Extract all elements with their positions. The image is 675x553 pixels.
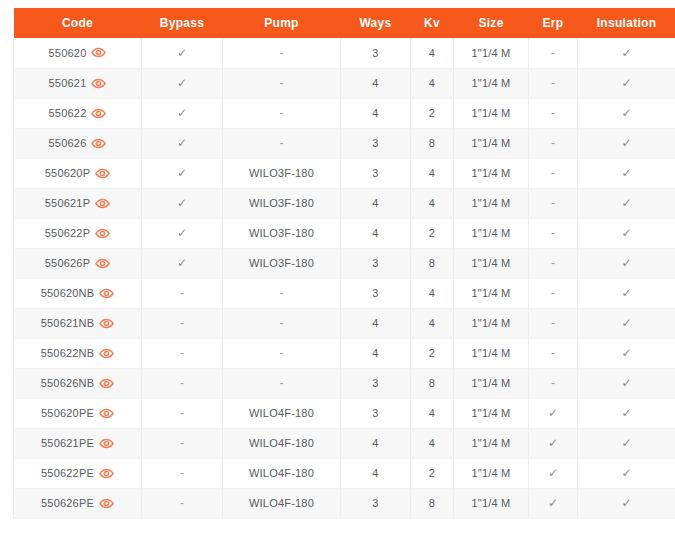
cell-ways: 4 [341,98,411,128]
dash-value: - [551,316,555,330]
table-row: 550622P ✓WILO3F-180421"1/4 M-✓ [14,218,675,248]
cell-size: 1"1/4 M [454,338,529,368]
cell-ways: 4 [341,308,411,338]
cell-value: 1"1/4 M [472,137,511,149]
cell-erp: ✓ [529,458,578,488]
cell-value: WILO4F-180 [249,497,314,509]
dash-value: - [280,346,284,360]
cell-pump: - [223,98,341,128]
check-mark: ✓ [621,256,631,270]
cell-insulation: ✓ [578,428,675,458]
check-mark: ✓ [621,286,631,300]
table-row: 550626P ✓WILO3F-180381"1/4 M-✓ [14,248,675,278]
column-header-ways: Ways [341,8,411,38]
cell-ways: 3 [341,488,411,518]
dash-value: - [551,106,555,120]
eye-icon[interactable] [95,198,110,209]
eye-icon[interactable] [91,108,106,119]
cell-value: 1"1/4 M [472,347,511,359]
cell-bypass: - [142,458,223,488]
cell-pump: - [223,338,341,368]
eye-icon[interactable] [99,468,114,479]
eye-icon[interactable] [99,288,114,299]
cell-size: 1"1/4 M [454,98,529,128]
cell-erp: - [529,338,578,368]
check-mark: ✓ [621,166,631,180]
cell-erp: - [529,38,578,68]
cell-bypass: ✓ [142,158,223,188]
cell-bypass: ✓ [142,128,223,158]
cell-bypass: ✓ [142,68,223,98]
dash-value: - [280,46,284,60]
cell-code: 550622 [14,98,142,128]
cell-bypass: ✓ [142,248,223,278]
cell-ways: 3 [341,368,411,398]
eye-icon[interactable] [99,408,114,419]
dash-value: - [551,286,555,300]
check-mark: ✓ [177,226,187,240]
check-mark: ✓ [621,46,631,60]
eye-icon[interactable] [99,438,114,449]
cell-pump: WILO4F-180 [223,488,341,518]
cell-value: 3 [372,497,378,509]
cell-code: 550622NB [14,338,142,368]
cell-size: 1"1/4 M [454,278,529,308]
eye-icon[interactable] [91,47,106,58]
cell-erp: - [529,248,578,278]
code-cell: 550620PE [14,407,141,419]
cell-value: 8 [429,497,435,509]
eye-icon[interactable] [99,378,114,389]
cell-pump: WILO3F-180 [223,218,341,248]
cell-bypass: - [142,338,223,368]
cell-value: 1"1/4 M [472,287,511,299]
check-mark: ✓ [548,406,558,420]
eye-icon[interactable] [91,138,106,149]
cell-value: WILO3F-180 [249,227,314,239]
cell-erp: - [529,188,578,218]
cell-insulation: ✓ [578,38,675,68]
eye-icon[interactable] [99,498,114,509]
product-code: 550622PE [41,467,94,479]
cell-kv: 2 [411,98,454,128]
eye-icon[interactable] [99,318,114,329]
eye-icon[interactable] [95,258,110,269]
eye-icon[interactable] [95,228,110,239]
cell-kv: 4 [411,308,454,338]
dash-value: - [180,406,184,420]
cell-kv: 2 [411,218,454,248]
cell-code: 550621P [14,188,142,218]
cell-value: 1"1/4 M [472,467,511,479]
cell-value: 4 [429,167,435,179]
code-cell: 550622 [14,107,141,119]
cell-value: 3 [372,377,378,389]
table-row: 550620 ✓-341"1/4 M-✓ [14,38,675,68]
cell-ways: 3 [341,128,411,158]
dash-value: - [551,46,555,60]
table-header: Code Bypass Pump Ways Kv Size Erp Insula… [14,8,675,38]
cell-value: 4 [372,197,378,209]
dash-value: - [180,346,184,360]
cell-value: WILO4F-180 [249,437,314,449]
eye-icon[interactable] [95,168,110,179]
cell-ways: 3 [341,158,411,188]
dash-value: - [551,256,555,270]
cell-value: 4 [429,317,435,329]
code-cell: 550626 [14,137,141,149]
cell-value: WILO3F-180 [249,167,314,179]
cell-value: 1"1/4 M [472,407,511,419]
cell-value: 1"1/4 M [472,257,511,269]
check-mark: ✓ [177,106,187,120]
cell-value: 3 [372,287,378,299]
cell-insulation: ✓ [578,98,675,128]
check-mark: ✓ [621,76,631,90]
column-header-erp: Erp [529,8,578,38]
eye-icon[interactable] [99,348,114,359]
cell-value: 8 [429,377,435,389]
table-row: 550626NB --381"1/4 M-✓ [14,368,675,398]
cell-erp: ✓ [529,398,578,428]
cell-pump: - [223,308,341,338]
cell-kv: 4 [411,278,454,308]
code-cell: 550621 [14,77,141,89]
cell-value: 4 [372,107,378,119]
eye-icon[interactable] [91,78,106,89]
